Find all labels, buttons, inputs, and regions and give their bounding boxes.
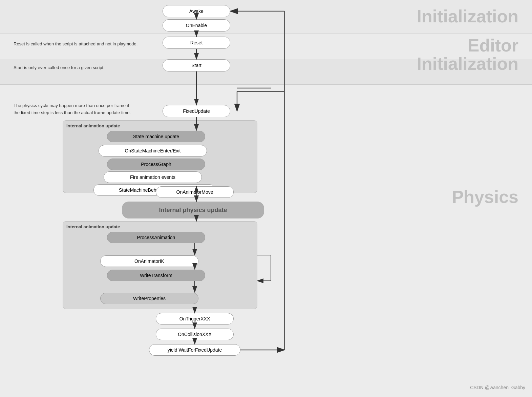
node-onanimatormove: OnAnimatorMove xyxy=(156,186,234,198)
node-processgraph: ProcessGraph xyxy=(107,159,205,170)
node-oncollisionxxx: OnCollisionXXX xyxy=(156,329,234,340)
node-onenable: OnEnable xyxy=(163,19,230,32)
node-onanimatorik: OnAnimatorIK xyxy=(100,255,198,267)
node-statemachineupdate: State machine update xyxy=(107,131,205,142)
node-yieldwait: yield WaitForFixedUpdate xyxy=(149,344,240,356)
inner-box-anim-top: Internal animation update State machine … xyxy=(63,120,257,193)
node-ontriggerxxx: OnTriggerXXX xyxy=(156,313,234,325)
label-editor: Editor xyxy=(468,37,518,54)
node-start: Start xyxy=(163,59,230,71)
label-initialization: Initialization xyxy=(417,7,518,25)
desc-start: Start is only ever called once for a giv… xyxy=(14,64,105,71)
watermark: CSDN @wanchen_Gabby xyxy=(470,385,525,390)
desc-physics: The physics cycle may happen more than o… xyxy=(14,102,131,117)
desc-reset: Reset is called when the script is attac… xyxy=(14,41,137,47)
label-editor-init: Initialization xyxy=(417,55,518,72)
node-fixedupdate: FixedUpdate xyxy=(163,105,230,117)
label-internal-anim-top: Internal animation update xyxy=(66,123,120,128)
node-writeproperties: WriteProperties xyxy=(100,293,198,304)
node-processanimation: ProcessAnimation xyxy=(107,232,205,243)
label-physics: Physics xyxy=(452,188,518,206)
node-reset: Reset xyxy=(163,37,230,49)
node-onstatemachine: OnStateMachineEnter/Exit xyxy=(99,145,207,156)
node-internalphysics: Internal physics update xyxy=(122,202,264,218)
node-fireanimation: Fire animation events xyxy=(104,171,202,183)
label-internal-anim-bottom: Internal animation update xyxy=(66,224,120,229)
node-writetransform: WriteTransform xyxy=(107,270,205,281)
inner-box-anim-bottom: Internal animation update ProcessAnimati… xyxy=(63,221,257,309)
node-awake: Awake xyxy=(163,5,230,17)
